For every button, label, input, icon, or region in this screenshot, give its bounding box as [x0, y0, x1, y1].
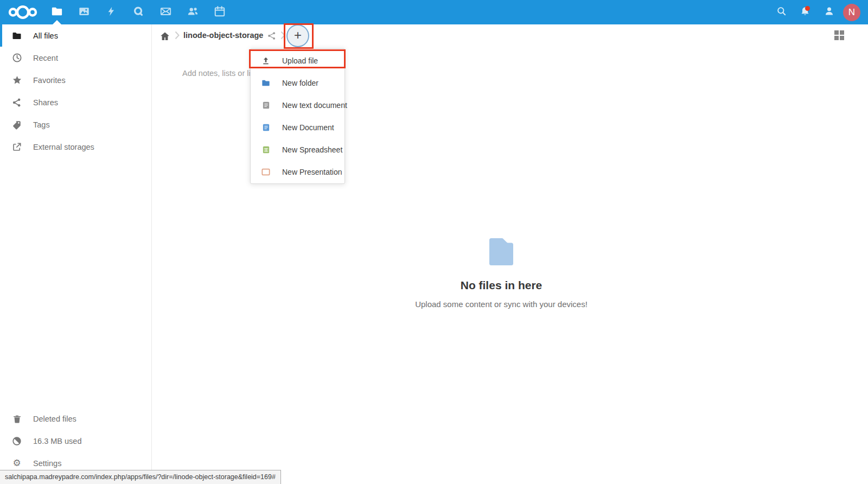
folder-blue-icon — [261, 79, 270, 87]
notifications-button[interactable] — [793, 0, 817, 24]
app-navigation — [43, 0, 233, 24]
status-bar-url: salchipapa.madreypadre.com/index.php/app… — [0, 470, 281, 484]
menu-item-new-presentation[interactable]: New Presentation — [251, 161, 344, 183]
sidebar-item-favorites[interactable]: Favorites — [0, 69, 151, 91]
folder-icon — [11, 30, 22, 41]
new-file-menu: Upload file New folder New text document… — [250, 48, 345, 184]
app-calendar-button[interactable] — [206, 0, 233, 24]
sidebar-item-label: External storages — [33, 143, 94, 151]
nextcloud-logo-icon[interactable] — [8, 3, 38, 21]
breadcrumb-share-icon[interactable] — [266, 30, 278, 42]
tag-icon — [11, 119, 22, 130]
empty-state: No files in here Upload some content or … — [143, 237, 859, 309]
lightning-icon — [106, 5, 117, 20]
empty-state-subtitle: Upload some content or sync with your de… — [143, 300, 859, 309]
contacts-menu-button[interactable] — [817, 0, 841, 24]
external-link-icon — [11, 142, 22, 152]
sidebar-item-label: Recent — [33, 54, 58, 62]
menu-item-new-spreadsheet[interactable]: New Spreadsheet — [251, 138, 344, 161]
sidebar-bottom: Deleted files 16.3 MB used ⚙ Settings — [0, 407, 151, 474]
avatar[interactable]: N — [843, 4, 860, 21]
sidebar-item-deleted-files[interactable]: Deleted files — [0, 407, 151, 430]
search-icon — [776, 6, 787, 18]
app-photos-button[interactable] — [71, 0, 98, 24]
app-files-button[interactable] — [43, 0, 71, 24]
file-document-blue-icon — [261, 123, 270, 132]
sidebar-item-label: Tags — [33, 120, 50, 129]
top-bar: N — [0, 0, 868, 24]
workspace-notes-hint[interactable]: Add notes, lists or lin — [182, 69, 255, 78]
empty-state-title: No files in here — [143, 279, 859, 292]
app-search-button[interactable] — [125, 0, 152, 24]
breadcrumb: linode-object-storage + — [152, 24, 868, 48]
magnifier-q-icon — [132, 5, 144, 20]
menu-item-label: New Spreadsheet — [282, 145, 342, 154]
breadcrumb-folder-name[interactable]: linode-object-storage — [183, 31, 263, 40]
menu-item-new-folder[interactable]: New folder — [251, 72, 344, 94]
envelope-icon — [159, 5, 172, 20]
menu-item-label: New folder — [282, 79, 318, 87]
sidebar-item-label: All files — [33, 31, 58, 40]
sidebar-item-recent[interactable]: Recent — [0, 47, 151, 69]
star-icon — [11, 75, 22, 86]
sidebar-item-all-files[interactable]: All files — [0, 24, 151, 47]
calendar-icon — [214, 5, 226, 20]
menu-item-label: New Presentation — [282, 168, 342, 176]
app-contacts-button[interactable] — [179, 0, 206, 24]
quota-pie-icon — [11, 436, 22, 447]
sidebar-item-label: Deleted files — [33, 415, 76, 423]
sidebar-item-tags[interactable]: Tags — [0, 113, 151, 136]
menu-item-label: Upload file — [282, 56, 318, 65]
sidebar-item-quota: 16.3 MB used — [0, 430, 151, 452]
sidebar-item-label: Favorites — [33, 76, 66, 85]
app-mail-button[interactable] — [152, 0, 179, 24]
menu-item-label: New text document — [282, 101, 347, 110]
home-icon[interactable] — [158, 30, 171, 43]
sidebar-item-external-storages[interactable]: External storages — [0, 136, 151, 158]
menu-item-new-document[interactable]: New Document — [251, 116, 344, 138]
empty-folder-icon — [487, 237, 516, 268]
search-button[interactable] — [769, 0, 793, 24]
files-content: linode-object-storage + Add notes, lists… — [152, 24, 868, 484]
chevron-right-icon — [175, 31, 180, 42]
image-icon — [78, 5, 90, 20]
sidebar-item-shares[interactable]: Shares — [0, 91, 151, 113]
sidebar-item-label: Settings — [33, 459, 61, 468]
upload-icon — [261, 56, 270, 65]
share-icon — [11, 97, 22, 108]
menu-item-upload-file[interactable]: Upload file — [251, 49, 344, 72]
gear-icon: ⚙ — [11, 458, 22, 469]
new-file-button[interactable]: + — [286, 24, 309, 47]
sidebar-item-label: Shares — [33, 98, 58, 107]
clock-icon — [11, 53, 22, 63]
sidebar: All files Recent Favorites Shares Tags E… — [0, 24, 152, 484]
person-icon — [824, 5, 835, 19]
quota-label: 16.3 MB used — [33, 437, 81, 445]
plus-icon: + — [294, 29, 302, 42]
menu-item-label: New Document — [282, 123, 334, 132]
file-spreadsheet-green-icon — [261, 145, 270, 154]
people-icon — [187, 5, 199, 20]
header-right-actions: N — [769, 0, 864, 24]
notification-dot — [805, 6, 810, 11]
file-text-gray-icon — [261, 101, 270, 110]
app-activity-button[interactable] — [98, 0, 125, 24]
trash-icon — [11, 413, 22, 424]
menu-item-new-text-document[interactable]: New text document — [251, 94, 344, 116]
chevron-right-icon — [280, 31, 285, 42]
grid-view-toggle-icon[interactable] — [834, 30, 845, 41]
files-folder-icon — [51, 5, 63, 20]
file-presentation-orange-icon — [261, 168, 270, 176]
